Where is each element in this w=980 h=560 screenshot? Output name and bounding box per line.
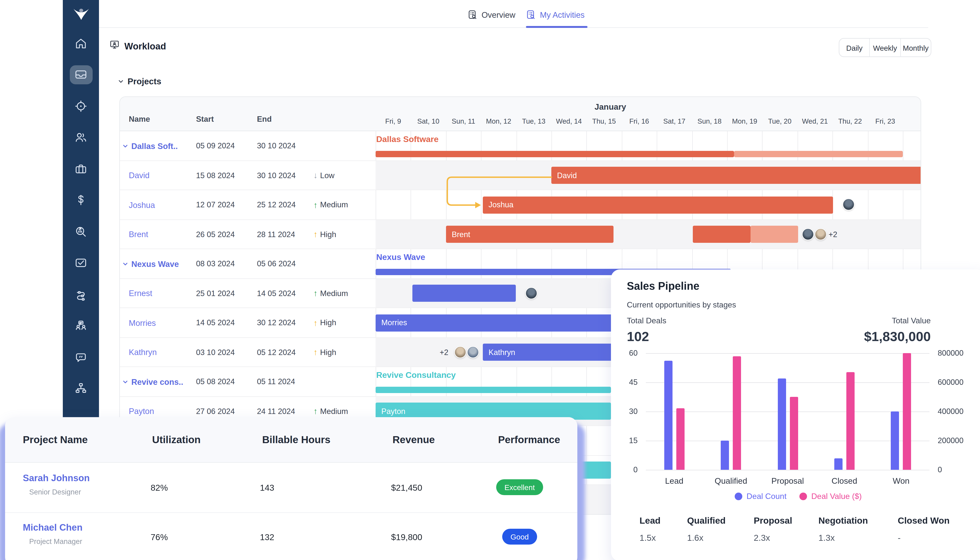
member-name-link[interactable]: Sarah Johnson <box>23 473 90 483</box>
projects-section-header[interactable]: Projects <box>118 77 161 86</box>
tab-my-activities[interactable]: My Activities <box>526 6 585 23</box>
gantt-row: Dallas Soft..05 09 202430 10 2024Dallas … <box>120 131 921 161</box>
month-label: January <box>376 102 845 112</box>
day-label: Thu, 22 <box>833 117 868 125</box>
sidebar-item-home[interactable] <box>70 33 92 53</box>
gantt-bar-david[interactable]: David <box>551 167 921 184</box>
more-assignees-count[interactable]: +2 <box>440 338 448 367</box>
sidebar-item-inbox[interactable] <box>70 65 92 84</box>
day-label: Tue, 13 <box>516 117 551 125</box>
end-date: 05 12 2024 <box>257 338 296 367</box>
legend-dot <box>799 493 807 500</box>
day-label: Thu, 15 <box>587 117 622 125</box>
app-logo[interactable] <box>72 6 90 25</box>
chevron-down-icon <box>122 261 128 267</box>
sidebar-item-meeting[interactable] <box>70 316 92 335</box>
start-date: 15 08 2024 <box>196 161 235 190</box>
chart-gridline <box>646 470 930 470</box>
row-name-link[interactable]: Nexus Wave <box>122 249 179 279</box>
stage-multiplier: 1.3x <box>818 533 835 543</box>
sidebar-item-task-check[interactable] <box>70 253 92 272</box>
arrow-up-icon: ↑ <box>313 289 318 298</box>
legend-item[interactable]: Deal Count <box>734 492 786 501</box>
sales-pipeline-card: Sales Pipeline Current opportunities by … <box>611 270 980 560</box>
row-name-link[interactable]: Kathryn <box>129 338 157 367</box>
end-date: 14 05 2024 <box>257 279 296 308</box>
tab-overview[interactable]: Overview <box>468 6 515 23</box>
gantt-bar[interactable] <box>376 151 734 157</box>
row-name-link[interactable]: Revive cons.. <box>122 367 183 397</box>
view-switcher: DailyWeeklyMonthly <box>839 38 932 57</box>
end-date: 25 12 2024 <box>257 190 296 220</box>
monitor-user-icon <box>109 39 120 53</box>
gantt-bar[interactable] <box>751 226 798 243</box>
avatar <box>525 287 537 299</box>
view-daily-button[interactable]: Daily <box>840 39 870 57</box>
day-label: Fri, 16 <box>622 117 657 125</box>
team-table-card: Project NameUtilizationBillable HoursRev… <box>5 417 577 560</box>
sidebar-item-comment[interactable] <box>70 347 92 367</box>
chart-bar-count-lead <box>664 361 672 470</box>
end-date: 28 11 2024 <box>257 220 295 249</box>
gantt-bar-joshua[interactable]: Joshua <box>483 196 833 213</box>
row-name-link[interactable]: Dallas Soft.. <box>122 131 178 161</box>
arrow-up-icon: ↑ <box>313 407 318 416</box>
home-icon <box>74 37 87 50</box>
view-weekly-button[interactable]: Weekly <box>870 39 901 57</box>
legend-item[interactable]: Deal Value ($) <box>799 492 862 501</box>
table-col-header: Billable Hours <box>262 434 331 446</box>
category-label: Proposal <box>759 476 816 486</box>
member-role: Senior Designer <box>29 488 81 496</box>
sidebar-item-org-chart[interactable] <box>70 379 92 398</box>
col-start: Start <box>196 115 214 123</box>
chart-bar-value-qualified <box>733 356 741 470</box>
start-date: 12 07 2024 <box>196 190 235 220</box>
sidebar-item-target[interactable] <box>70 97 92 115</box>
billable-hours-value: 132 <box>260 533 274 542</box>
member-name-link[interactable]: Michael Chen <box>23 522 82 533</box>
day-label: Mon, 12 <box>481 117 516 125</box>
utilization-value: 76% <box>151 533 168 542</box>
row-name-link[interactable]: Brent <box>129 220 148 249</box>
priority-cell: ↑Medium <box>313 190 348 220</box>
row-name-link[interactable]: Ernest <box>129 279 152 308</box>
sidebar-item-briefcase[interactable] <box>70 159 92 178</box>
sidebar-item-pipeline[interactable] <box>70 285 92 304</box>
priority-cell: ↑Medium <box>313 279 348 308</box>
gantt-bar-brent[interactable]: Brent <box>446 226 614 243</box>
view-monthly-button[interactable]: Monthly <box>901 39 931 57</box>
avatar <box>454 346 466 358</box>
right-axis-tick: 200000 <box>938 436 963 445</box>
more-assignees-count[interactable]: +2 <box>829 220 837 249</box>
legend-label: Deal Value ($) <box>811 492 862 501</box>
arrow-up-icon: ↑ <box>313 318 318 328</box>
activity-list-icon <box>526 10 536 20</box>
left-axis-tick: 60 <box>617 349 637 358</box>
chart-gridline <box>646 353 930 354</box>
gantt-bar[interactable] <box>412 285 516 302</box>
priority-cell: ↑High <box>313 308 336 338</box>
table-col-header: Project Name <box>23 434 88 446</box>
sidebar-item-search-chart[interactable] <box>70 222 92 241</box>
right-axis-tick: 600000 <box>938 378 963 387</box>
gantt-bar[interactable] <box>376 387 611 393</box>
start-date: 08 03 2024 <box>196 249 235 279</box>
tab-label: My Activities <box>540 10 585 20</box>
table-header: Project NameUtilizationBillable HoursRev… <box>5 417 577 463</box>
end-date: 30 10 2024 <box>257 131 296 161</box>
row-name-link[interactable]: Joshua <box>129 190 155 220</box>
row-divider <box>5 512 577 513</box>
chart-bar-value-won <box>903 353 911 470</box>
gantt-timeline-cell: Brent+2 <box>376 220 921 249</box>
gantt-bar[interactable] <box>693 226 751 243</box>
sidebar-item-users[interactable] <box>70 128 92 147</box>
row-name-link[interactable]: Morries <box>129 308 156 338</box>
gantt-bar[interactable] <box>734 151 903 157</box>
stage-label: Qualified <box>687 515 726 525</box>
chart-gridline <box>646 382 930 383</box>
active-tab-underline <box>526 26 587 28</box>
row-name-link[interactable]: David <box>129 161 149 190</box>
end-date: 30 12 2024 <box>257 308 296 338</box>
sidebar-item-dollar[interactable] <box>70 191 92 210</box>
gantt-header: Name Start End January Fri, 9Sat, 10Sun,… <box>120 97 921 131</box>
